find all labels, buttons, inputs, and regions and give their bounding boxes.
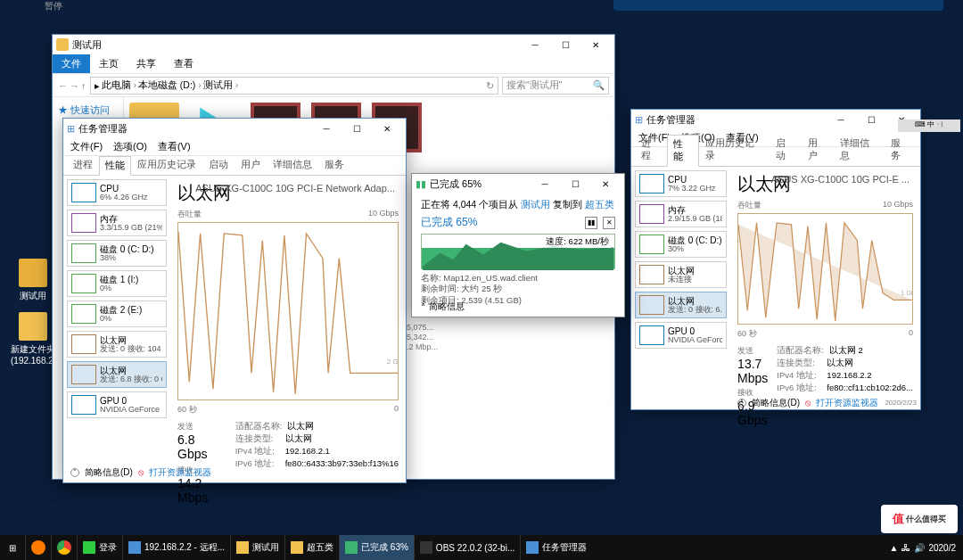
start-button[interactable]: ⊞ [0,535,25,560]
breadcrumb[interactable]: 测试用 [203,79,238,92]
tab-processes[interactable]: 进程 [67,155,99,175]
open-resmon-link[interactable]: 打开资源监视器 [816,397,878,409]
taskbar-item[interactable]: 任务管理器 [520,535,592,560]
minimize-button[interactable]: ─ [520,36,550,54]
taskbar-item[interactable]: 已完成 63% [339,535,414,560]
taskbar-item[interactable]: 192.168.2.2 - 远程... [122,535,230,560]
collapse-icon[interactable]: ˄ [70,468,79,477]
tab-users[interactable]: 用户 [802,134,834,166]
perf-card-net[interactable]: 以太网发送: 0 接收: 6.9 Gbps [635,292,727,318]
forward-button[interactable]: → [70,80,79,91]
icon-label: 新建文件夹 (192.168.2... [11,343,55,366]
tab-services[interactable]: 服务 [318,155,350,175]
refresh-icon[interactable]: ↻ [486,80,494,91]
minimize-button[interactable]: ─ [311,119,342,137]
menu-options[interactable]: 选项(O) [113,140,147,153]
copy-titlebar[interactable]: ▮▮ 已完成 65% ─ ☐ ✕ [412,174,624,194]
explorer-titlebar[interactable]: 测试用 ─ ☐ ✕ [53,35,614,54]
volume-icon[interactable]: 🔊 [914,543,925,553]
tab-users[interactable]: 用户 [235,155,267,175]
tab-performance[interactable]: 性能 [667,135,699,167]
perf-card-disk[interactable]: 磁盘 1 (I:)0% [67,270,167,297]
system-tray[interactable]: ▲ 🖧 🔊 2020/2 [883,543,964,553]
menu-file[interactable]: 文件(F) [70,140,103,153]
perf-card-disk[interactable]: 磁盘 0 (C: D:)38% [67,240,167,267]
src-link[interactable]: 测试用 [521,199,550,210]
perf-card-disk[interactable]: 磁盘 2 (E:)0% [67,301,167,327]
mini-graph-icon [71,395,96,415]
tab-details[interactable]: 详细信息 [267,155,318,175]
perf-card-cpu[interactable]: CPU7% 3.22 GHz [635,170,727,197]
tab-file[interactable]: 文件 [53,54,90,73]
back-button[interactable]: ← [58,80,68,91]
desktop-icon-test[interactable]: 测试用 [11,259,55,302]
perf-card-net[interactable]: 以太网发送: 6.8 接收: 0 Gbps [67,361,167,388]
close-button[interactable]: ✕ [590,175,621,193]
mini-graph-icon [71,213,96,233]
tab-services[interactable]: 服务 [885,134,917,166]
minimize-button[interactable]: ─ [530,175,560,193]
perf-card-cpu[interactable]: CPU6% 4.26 GHz [67,179,167,206]
address-bar[interactable]: ▸ 此电脑 本地磁盘 (D:) 测试用 ↻ [90,77,499,95]
brief-info-toggle[interactable]: 简略信息(D) [752,397,800,409]
breadcrumb[interactable]: 本地磁盘 (D:) [138,79,202,92]
network-icon[interactable]: 🖧 [901,543,910,553]
search-input[interactable]: 搜索"测试用" 🔍 [502,77,609,95]
tray-icon[interactable]: ▲ [890,543,899,553]
tab-view[interactable]: 查看 [165,54,202,73]
taskbar-item[interactable]: 测试用 [230,535,284,560]
minimize-button[interactable]: ─ [826,111,856,128]
close-button[interactable]: ✕ [372,119,402,137]
app-icon [236,541,249,554]
tm1-titlebar[interactable]: ⊞ 任务管理器 ─ ☐ ✕ [63,119,406,138]
taskbar-item[interactable]: 登录 [77,535,122,560]
tm2-titlebar[interactable]: ⊞ 任务管理器 ─ ☐ ✕ [631,110,920,129]
up-button[interactable]: ↑ [81,80,86,91]
taskbar-item[interactable]: 超五类 [284,535,339,560]
tab-processes[interactable]: 进程 [635,134,667,166]
speed-graph: 速度: 622 MB/秒 [421,234,615,269]
perf-card-mem[interactable]: 内存3.3/15.9 GB (21%) [67,210,167,236]
menu-view[interactable]: 查看(V) [158,140,191,153]
cancel-button[interactable]: ✕ [603,217,615,229]
send-value: 13.7 Mbps [737,357,768,385]
collapse-icon[interactable]: ˄ [421,302,425,312]
sidebar-quickaccess[interactable]: ★ 快速访问 [56,103,119,119]
tab-performance[interactable]: 性能 [99,156,131,176]
dst-link[interactable]: 超五类 [585,199,614,210]
tab-apphistory[interactable]: 应用历史记录 [699,134,770,166]
tab-startup[interactable]: 启动 [202,155,235,175]
tab-details[interactable]: 详细信息 [834,134,885,166]
tab-share[interactable]: 共享 [128,54,165,73]
perf-card-disk[interactable]: 磁盘 0 (C: D:)30% [635,231,727,258]
clock[interactable]: 2020/2 [928,543,956,553]
open-resmon-link[interactable]: 打开资源监视器 [149,466,211,479]
taskbar-item[interactable]: OBS 22.0.2 (32-bi... [414,535,520,560]
desktop-icon-newfolder[interactable]: 新建文件夹 (192.168.2... [11,312,55,366]
perf-card-gpu[interactable]: GPU 0NVIDIA GeForce GTX 0% [635,322,727,349]
maximize-button[interactable]: ☐ [550,36,580,54]
brief-info-toggle[interactable]: 简略信息(D) [85,466,133,479]
perf-card-gpu[interactable]: GPU 0NVIDIA GeForce GTX 10% [67,391,167,418]
breadcrumb[interactable]: 此电脑 [102,79,136,92]
brief-toggle[interactable]: 简略信息 [429,301,465,313]
tab-home[interactable]: 主页 [90,54,128,73]
perf-card-net[interactable]: 以太网发送: 0 接收: 104 Kbps [67,331,167,358]
taskbar-firefox[interactable] [25,535,51,560]
window-title: 任务管理器 [643,113,826,127]
tm1-main: 以太网 ASUS XG-C100C 10G PCI-E Network Adap… [170,176,406,457]
maximize-button[interactable]: ☐ [560,175,590,193]
perf-card-mem[interactable]: 内存2.9/15.9 GB (18%) [635,201,727,227]
maximize-button[interactable]: ☐ [342,119,372,137]
ime-bar[interactable]: ⌨ 中 ᐧ ⁝ [898,119,960,132]
speed-label: 速度: 622 MB/秒 [544,236,611,248]
tab-apphistory[interactable]: 应用历史记录 [131,155,202,175]
close-button[interactable]: ✕ [580,36,611,54]
pause-button[interactable]: ▮▮ [585,217,597,229]
remote-connection-bar[interactable] [613,0,943,11]
maximize-button[interactable]: ☐ [856,111,886,128]
perf-card-net[interactable]: 以太网未连接 [635,261,727,288]
collapse-icon[interactable]: ˄ [737,399,746,408]
tab-startup[interactable]: 启动 [770,134,802,166]
taskbar-chrome[interactable] [51,535,77,560]
